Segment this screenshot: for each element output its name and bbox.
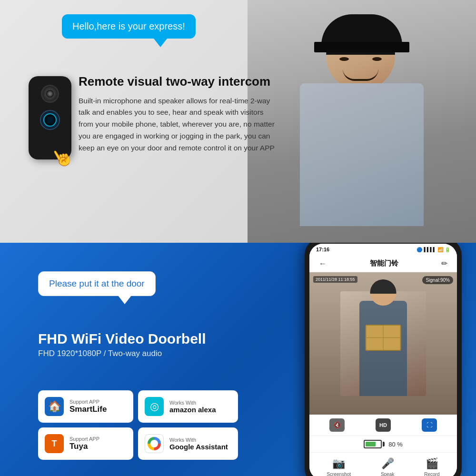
- smartlife-app-name: SmartLife: [69, 405, 107, 414]
- hd-label: HD: [379, 422, 387, 428]
- back-arrow-icon[interactable]: ←: [319, 259, 327, 268]
- text-content: Remote visual two-way intercom Built-in …: [79, 74, 278, 154]
- tuya-support-label: Support APP: [69, 436, 99, 442]
- google-service-name: Google Assistant: [169, 443, 228, 451]
- alexa-works-label: Works With: [169, 400, 216, 406]
- google-text: Works With Google Assistant: [169, 437, 228, 451]
- intercom-title: Remote visual two-way intercom: [79, 74, 278, 89]
- speech-bubble-top: Hello,here is your express!: [62, 14, 196, 39]
- battery-tip: [383, 442, 385, 446]
- person-area: [248, 0, 476, 243]
- product-title: FHD WiFi Video Doorbell: [38, 331, 206, 347]
- alexa-card: ◎ Works With amazon alexa: [138, 390, 238, 423]
- phone-camera-feed: 2011/11/28 11:18:55 Signal:90%: [309, 272, 457, 415]
- edit-icon[interactable]: ✏: [441, 259, 447, 268]
- bottom-section: Please put it at the door FHD WiFi Video…: [0, 243, 476, 476]
- tuya-card: T Support APP Tuya: [38, 427, 133, 460]
- battery-bar: 80 %: [309, 436, 457, 452]
- record-label: Record: [424, 472, 439, 476]
- doorbell-button-inner: [43, 113, 57, 127]
- record-button[interactable]: 🎬 Record: [424, 457, 439, 476]
- google-works-label: Works With: [169, 437, 228, 443]
- delivery-person: [309, 272, 457, 415]
- battery-icon: [364, 440, 385, 448]
- mute-button[interactable]: 🔇: [329, 418, 345, 432]
- phone-status-bar: 17:16 🔵 ▌▌▌▌ 📶 🔋: [309, 244, 457, 255]
- alexa-text: Works With amazon alexa: [169, 400, 216, 414]
- phone-nav-bar: ← 智能门铃 ✏: [309, 255, 457, 272]
- screenshot-button[interactable]: 📷 Screenshot: [327, 457, 351, 476]
- smartlife-card: 🏠 Support APP SmartLife: [38, 390, 133, 423]
- speak-icon: 🎤: [381, 457, 394, 470]
- bluetooth-icon: 🔵: [416, 247, 422, 252]
- speech-bubble-top-text: Hello,here is your express!: [72, 21, 185, 31]
- camera-controls: 🔇 HD ⛶: [309, 415, 457, 436]
- speak-button[interactable]: 🎤 Speak: [381, 457, 394, 476]
- signal-bars-icon: ▌▌▌▌: [424, 247, 436, 252]
- screenshot-icon: 📷: [332, 457, 345, 470]
- speak-label: Speak: [381, 472, 394, 476]
- product-subtitle: FHD 1920*1080P / Two-way audio: [38, 349, 206, 358]
- feature-cards: 🏠 Support APP SmartLife ◎ Works With ama…: [38, 390, 238, 460]
- camera-timestamp: 2011/11/28 11:18:55: [313, 276, 357, 283]
- tuya-icon: T: [45, 434, 64, 453]
- smartlife-text: Support APP SmartLife: [69, 399, 107, 414]
- battery-icon-top: 🔋: [445, 247, 450, 252]
- battery-body: [364, 440, 382, 448]
- phone-nav-title: 智能门铃: [370, 259, 398, 268]
- status-icons: 🔵 ▌▌▌▌ 📶 🔋: [416, 247, 450, 252]
- top-section: Hello,here is your express! ☝ Remote vis…: [0, 0, 476, 243]
- speech-bubble-bottom: Please put it at the door: [38, 271, 156, 296]
- phone-mockup: 17:16 🔵 ▌▌▌▌ 📶 🔋 ← 智能门铃 ✏: [305, 243, 462, 476]
- tuya-app-name: Tuya: [69, 442, 99, 451]
- speech-bubble-bottom-text: Please put it at the door: [49, 278, 145, 288]
- record-icon: 🎬: [426, 457, 438, 470]
- alexa-service-name: amazon alexa: [169, 406, 216, 414]
- tuya-text: Support APP Tuya: [69, 436, 99, 451]
- camera-signal: Signal:90%: [422, 276, 453, 284]
- smartlife-support-label: Support APP: [69, 399, 107, 405]
- google-inner: [150, 440, 158, 447]
- wifi-icon: 📶: [437, 247, 443, 252]
- intercom-desc: Built-in microphone and speaker allows f…: [79, 95, 278, 154]
- doorbell-button: [40, 110, 60, 130]
- hd-button[interactable]: HD: [376, 418, 391, 432]
- google-icon: [145, 434, 164, 453]
- product-title-area: FHD WiFi Video Doorbell FHD 1920*1080P /…: [38, 331, 206, 368]
- battery-fill: [366, 442, 376, 446]
- google-card: Works With Google Assistant: [138, 427, 238, 460]
- smartlife-icon: 🏠: [45, 397, 64, 416]
- phone-time: 17:16: [316, 247, 329, 252]
- fullscreen-button[interactable]: ⛶: [422, 418, 437, 432]
- phone-bottom-actions: 📷 Screenshot 🎤 Speak 🎬 Record: [309, 452, 457, 476]
- phone-screen: 17:16 🔵 ▌▌▌▌ 📶 🔋 ← 智能门铃 ✏: [309, 244, 457, 476]
- google-circle: [148, 437, 161, 450]
- alexa-icon: ◎: [145, 397, 164, 416]
- battery-percent: 80 %: [388, 441, 403, 448]
- screenshot-label: Screenshot: [327, 472, 351, 476]
- doorbell-lens: [41, 85, 59, 103]
